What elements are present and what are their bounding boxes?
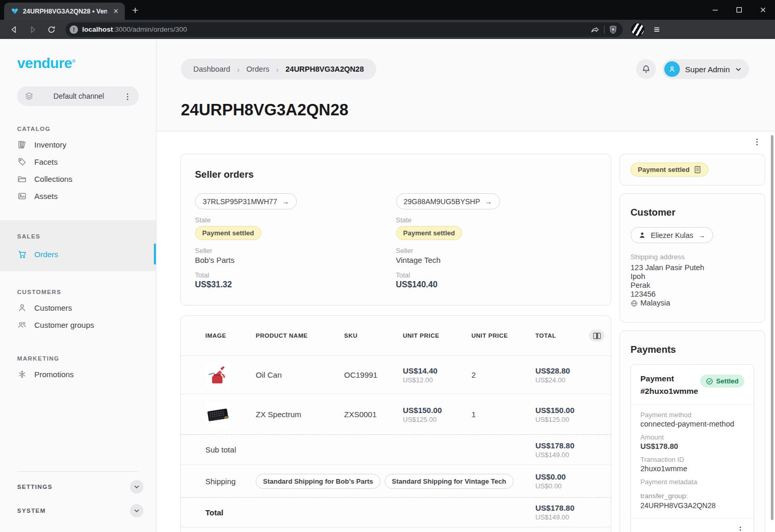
order-actions-menu-icon[interactable]: ⋮ — [753, 137, 761, 147]
window-controls — [703, 0, 775, 20]
sidebar-item-facets[interactable]: Facets — [0, 153, 156, 170]
section-customers: CUSTOMERS — [17, 289, 139, 295]
sidebar-item-customer-groups[interactable]: Customer groups — [0, 316, 156, 334]
breadcrumb-orders[interactable]: Orders — [246, 65, 269, 73]
tab-strip: 24URPH8VG3A2QN28 • Vendure ✕ + — [0, 0, 775, 20]
page-scrollbar[interactable] — [771, 135, 773, 528]
new-tab-button[interactable]: + — [132, 4, 138, 17]
user-menu[interactable]: Super Admin — [662, 59, 749, 79]
sidebar-divider — [17, 471, 139, 472]
seller-name: Bob's Parts — [195, 256, 396, 264]
channel-menu-icon[interactable]: ⋮ — [124, 92, 132, 100]
sidebar-item-label: Inventory — [34, 140, 67, 149]
address-line: Perak — [630, 281, 754, 290]
total-label: Total — [205, 508, 344, 517]
settled-badge: Settled — [700, 375, 744, 388]
seller-order-link[interactable]: 37RLSP95P31MWH77 → — [195, 193, 297, 209]
check-circle-icon — [706, 378, 713, 385]
order-state-badge[interactable]: Payment settled — [630, 163, 708, 177]
shipping-row: Shipping Standard Shipping for Bob's Par… — [181, 464, 611, 497]
sidebar-item-orders[interactable]: Orders — [0, 244, 156, 264]
browser-tab[interactable]: 24URPH8VG3A2QN28 • Vendure ✕ — [4, 3, 125, 20]
sidebar-section-system[interactable]: SYSTEM — [0, 499, 156, 523]
total-label: Total — [195, 271, 396, 279]
brave-shield-icon[interactable] — [609, 25, 618, 34]
back-button[interactable] — [6, 22, 22, 37]
total-label: Total — [396, 271, 597, 279]
sidebar-item-label: Assets — [34, 192, 58, 201]
share-icon[interactable] — [590, 24, 600, 34]
oil-can-product-image — [205, 363, 230, 388]
column-header-sku: SKU — [344, 332, 403, 339]
payment-detail-card: Payment #2huxo1wmme Settled Payment meth… — [630, 364, 754, 532]
chevron-down-icon — [735, 66, 742, 73]
sidebar-item-promotions[interactable]: Promotions — [0, 366, 156, 383]
payments-card: Payments Payment #2huxo1wmme Settled — [620, 330, 765, 532]
channel-label: Default channel — [34, 92, 124, 100]
chevron-down-icon[interactable] — [130, 504, 143, 517]
column-settings-button[interactable] — [589, 329, 605, 342]
sidebar-item-assets[interactable]: Assets — [0, 188, 156, 205]
customer-title: Customer — [630, 207, 754, 218]
arrow-right-icon: → — [698, 231, 705, 240]
unit-price: US$14.40US$12.00 — [403, 366, 471, 384]
window-maximize-button[interactable] — [727, 0, 751, 20]
payment-id: #2huxo1wmme — [640, 385, 698, 397]
sidebar-section-settings[interactable]: SETTINGS — [0, 475, 156, 499]
layers-icon — [24, 91, 34, 101]
table-header-row: IMAGE PRODUCT NAME SKU UNIT PRICE UNIT P… — [181, 316, 611, 356]
url-bar[interactable]: ! localhost:3000/admin/orders/300 — [65, 22, 623, 37]
sidebar-item-collections[interactable]: Collections — [0, 170, 156, 188]
line-total: US$150.00US$125.00 — [535, 406, 580, 423]
user-name: Super Admin — [685, 65, 730, 74]
url-divider — [604, 25, 605, 34]
sidebar-item-inventory[interactable]: Inventory — [0, 136, 156, 153]
chevron-down-icon[interactable] — [130, 480, 143, 494]
seller-order-link[interactable]: 29G88AM9UG5BYSHP → — [396, 193, 500, 209]
tab-close-icon[interactable]: ✕ — [111, 7, 121, 16]
column-header-image: IMAGE — [205, 332, 256, 339]
address-line: 123 Jalan Pasir Puteh — [630, 263, 754, 272]
customer-card: Customer Eliezer Kulas → Shipping addres… — [620, 193, 765, 323]
site-info-icon[interactable]: ! — [70, 25, 78, 34]
total-row: Total US$178.80US$149.00 — [181, 497, 611, 527]
vendure-favicon-icon — [10, 7, 19, 16]
scrollbar-thumb[interactable] — [771, 135, 773, 520]
payment-actions-menu-icon[interactable]: ⋮ — [737, 526, 744, 532]
table-row: Oil Can OC19991 US$14.40US$12.00 2 US$28… — [181, 356, 611, 394]
forward-button[interactable] — [25, 22, 41, 37]
reload-button[interactable] — [44, 22, 59, 37]
sidebar-item-label: Customer groups — [34, 321, 94, 329]
arrow-right-icon: → — [282, 197, 289, 206]
browser-menu-icon[interactable]: ≡ — [654, 24, 659, 35]
breadcrumb-dashboard[interactable]: Dashboard — [193, 65, 230, 73]
order-state-card: Payment settled — [620, 154, 765, 185]
window-close-button[interactable] — [751, 0, 775, 20]
product-sku: OC19991 — [344, 370, 403, 379]
payments-title: Payments — [630, 344, 754, 355]
state-label: State — [195, 216, 396, 224]
shipping-total: US$0.00US$0.00 — [535, 472, 580, 490]
channel-selector[interactable]: Default channel ⋮ — [17, 86, 139, 106]
notifications-button[interactable] — [636, 59, 656, 79]
shipping-method-badge: Standard Shipping for Bob's Parts — [256, 474, 380, 489]
payment-method-label: Payment method — [640, 411, 744, 419]
seller-order-total: US$140.40 — [396, 280, 597, 289]
sidebar: vendure® Default channel ⋮ CATALOG Inven… — [0, 39, 156, 532]
sidebar-item-customers[interactable]: Customers — [0, 299, 156, 316]
browser-profile-avatar[interactable] — [631, 23, 645, 36]
person-icon — [638, 231, 646, 239]
cart-icon — [17, 249, 27, 259]
seller-orders-title: Seller orders — [195, 169, 597, 180]
product-sku: ZXS0001 — [344, 410, 403, 419]
payment-card-title: Payment — [640, 373, 698, 385]
address-line: Ipoh — [630, 272, 754, 281]
image-icon — [17, 191, 27, 201]
breadcrumb-current: 24URPH8VG3A2QN28 — [285, 65, 364, 73]
column-header-unit-price-2: UNIT PRICE — [471, 332, 535, 339]
window-minimize-button[interactable] — [703, 0, 727, 20]
page-header: Dashboard › Orders › 24URPH8VG3A2QN28 Su… — [156, 39, 775, 131]
transaction-id-label: Transaction ID — [640, 456, 744, 463]
customer-link[interactable]: Eliezer Kulas → — [630, 227, 713, 243]
people-icon — [17, 320, 27, 330]
